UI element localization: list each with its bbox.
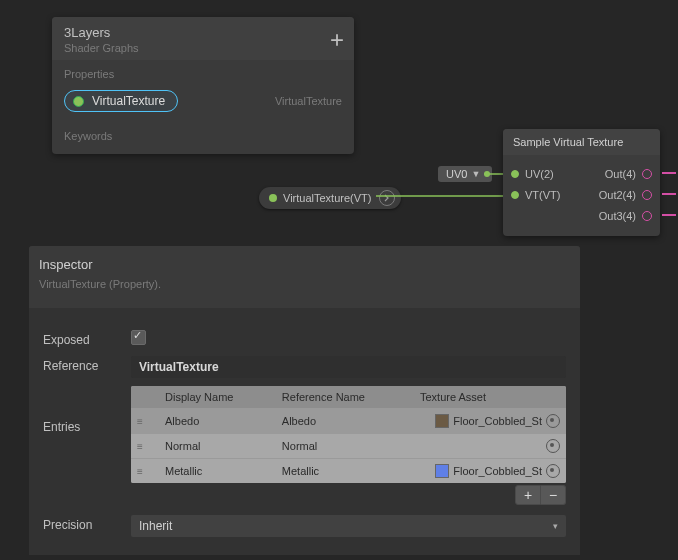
svt-out3-label: Out3(4) (599, 210, 636, 222)
svt-port-out2[interactable] (642, 190, 652, 200)
inspector-title: Inspector (39, 257, 570, 272)
svt-in-vt-label: VT(VT) (525, 189, 560, 201)
exposed-label: Exposed (43, 330, 131, 347)
properties-section-label: Properties (52, 60, 354, 86)
chevron-down-icon: ▼ (471, 169, 480, 179)
table-row[interactable]: ≡ Normal Normal (131, 434, 566, 459)
cell-display: Normal (159, 434, 276, 459)
cell-asset: Floor_Cobbled_St (453, 465, 542, 477)
exposed-checkbox[interactable] (131, 330, 146, 345)
texture-picker-button[interactable] (546, 464, 560, 478)
add-property-button[interactable] (330, 31, 344, 52)
chevron-down-icon: ▾ (553, 521, 558, 531)
texture-picker-button[interactable] (546, 439, 560, 453)
inspector-panel: Inspector VirtualTexture (Property). Exp… (29, 246, 580, 555)
cell-asset: Floor_Cobbled_St (453, 415, 542, 427)
entries-table: Display Name Reference Name Texture Asse… (131, 386, 566, 483)
property-type-label: VirtualTexture (275, 95, 342, 107)
wire-stub-icon (662, 214, 676, 216)
wire-stub-icon (662, 193, 676, 195)
svt-out2-label: Out2(4) (599, 189, 636, 201)
precision-dropdown[interactable]: Inherit ▾ (131, 515, 566, 537)
add-entry-button[interactable]: + (515, 485, 541, 505)
inspector-subtitle: VirtualTexture (Property). (39, 278, 570, 290)
entries-label: Entries (43, 386, 131, 434)
svt-node-title: Sample Virtual Texture (503, 129, 660, 155)
inspector-header: Inspector VirtualTexture (Property). (29, 246, 580, 308)
svt-port-out3[interactable] (642, 211, 652, 221)
vt-node-port-icon (269, 194, 277, 202)
cell-ref: Metallic (276, 459, 414, 484)
uv-output-port (484, 171, 490, 177)
precision-label: Precision (43, 515, 131, 532)
cell-ref: Albedo (276, 409, 414, 434)
precision-value: Inherit (139, 519, 172, 533)
expand-node-icon[interactable] (379, 190, 395, 206)
cell-ref: Normal (276, 434, 414, 459)
texture-swatch-icon (435, 414, 449, 428)
uv-channel-value: UV0 (446, 168, 467, 180)
vt-node-label: VirtualTexture(VT) (283, 192, 371, 204)
property-pill-virtualtexture[interactable]: VirtualTexture (64, 90, 178, 112)
cell-display: Albedo (159, 409, 276, 434)
drag-handle-icon[interactable]: ≡ (137, 416, 143, 427)
remove-entry-button[interactable]: − (541, 485, 566, 505)
texture-picker-button[interactable] (546, 414, 560, 428)
keywords-section-label: Keywords (52, 122, 354, 154)
blackboard-panel: 3Layers Shader Graphs Properties Virtual… (52, 17, 354, 154)
texture-swatch-icon (435, 464, 449, 478)
svt-port-out1[interactable] (642, 169, 652, 179)
table-row[interactable]: ≡ Albedo Albedo Floor_Cobbled_St (131, 409, 566, 434)
property-pill-label: VirtualTexture (92, 94, 165, 108)
reference-input[interactable] (131, 356, 566, 378)
reference-label: Reference (43, 356, 131, 373)
property-dot-icon (73, 96, 84, 107)
property-node-virtualtexture[interactable]: VirtualTexture(VT) (259, 187, 401, 209)
blackboard-header: 3Layers Shader Graphs (52, 17, 354, 60)
col-display-name: Display Name (159, 386, 276, 409)
cell-display: Metallic (159, 459, 276, 484)
col-reference-name: Reference Name (276, 386, 414, 409)
graph-subtitle: Shader Graphs (64, 42, 342, 54)
wire-stub-icon (662, 172, 676, 174)
table-row[interactable]: ≡ Metallic Metallic Floor_Cobbled_St (131, 459, 566, 484)
svt-port-in-vt[interactable] (511, 191, 519, 199)
svt-port-in-uv[interactable] (511, 170, 519, 178)
graph-title: 3Layers (64, 25, 342, 40)
svt-out1-label: Out(4) (605, 168, 636, 180)
svt-in-uv-label: UV(2) (525, 168, 554, 180)
uv-channel-dropdown[interactable]: UV0 ▼ (438, 166, 492, 182)
drag-handle-icon[interactable]: ≡ (137, 466, 143, 477)
drag-handle-icon[interactable]: ≡ (137, 441, 143, 452)
col-texture-asset: Texture Asset (414, 386, 566, 409)
node-sample-virtual-texture[interactable]: Sample Virtual Texture UV(2) Out(4) VT(V… (503, 129, 660, 236)
